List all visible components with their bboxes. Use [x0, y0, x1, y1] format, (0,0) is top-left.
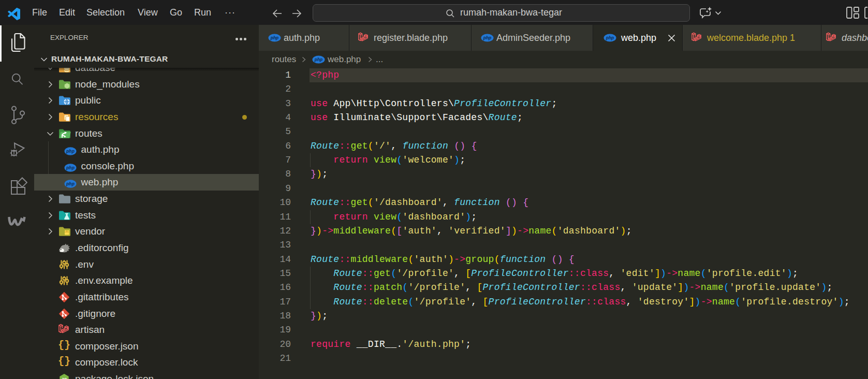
- svg-text:php: php: [66, 165, 75, 170]
- svg-text:JS: JS: [61, 377, 67, 379]
- svg-text:php: php: [66, 149, 75, 154]
- svg-text:php: php: [66, 181, 75, 186]
- svg-text:php: php: [483, 35, 492, 40]
- svg-text:php: php: [314, 57, 323, 62]
- svg-text:php: php: [270, 35, 279, 40]
- svg-text:php: php: [606, 35, 614, 40]
